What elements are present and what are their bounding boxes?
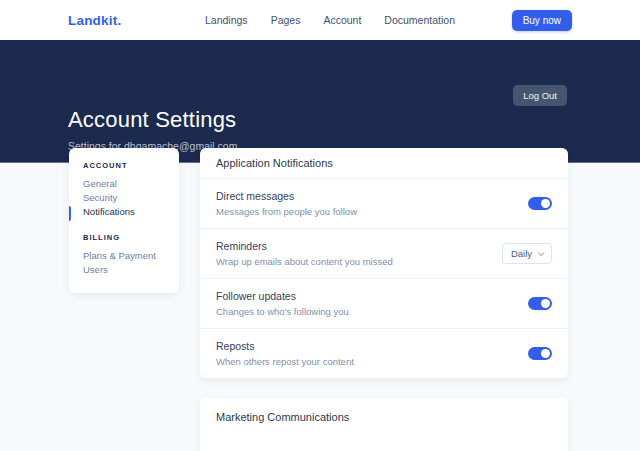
setting-row-direct-messages: Direct messages Messages from people you… bbox=[200, 179, 568, 229]
main-nav: Landings Pages Account Documentation bbox=[205, 0, 455, 40]
setting-description: When others repost your content bbox=[216, 356, 354, 367]
setting-title: Reminders bbox=[216, 240, 393, 252]
sidebar-item-notifications[interactable]: Notifications bbox=[83, 205, 179, 219]
card-title: Application Notifications bbox=[200, 148, 568, 179]
nav-item-pages[interactable]: Pages bbox=[271, 14, 301, 26]
toggle-knob bbox=[541, 299, 550, 308]
setting-description: Wrap up emails about content you missed bbox=[216, 256, 393, 267]
setting-title: Reposts bbox=[216, 340, 354, 352]
settings-sidebar: ACCOUNT General Security Notifications B… bbox=[69, 148, 179, 293]
nav-item-documentation[interactable]: Documentation bbox=[384, 14, 455, 26]
setting-title: Follower updates bbox=[216, 290, 349, 302]
reposts-toggle[interactable] bbox=[528, 347, 552, 360]
hero-banner: Account Settings Settings for dhgamache@… bbox=[0, 40, 640, 163]
marketing-communications-card: Marketing Communications bbox=[200, 398, 568, 451]
sidebar-heading-account: ACCOUNT bbox=[83, 160, 179, 172]
setting-description: Messages from people you follow bbox=[216, 206, 357, 217]
follower-updates-toggle[interactable] bbox=[528, 297, 552, 310]
toggle-knob bbox=[541, 199, 550, 208]
setting-description: Changes to who's following you bbox=[216, 306, 349, 317]
application-notifications-card: Application Notifications Direct message… bbox=[200, 148, 568, 378]
sidebar-heading-billing: BILLING bbox=[83, 232, 179, 244]
sidebar-item-general[interactable]: General bbox=[83, 177, 179, 191]
sidebar-item-users[interactable]: Users bbox=[83, 263, 179, 277]
direct-messages-toggle[interactable] bbox=[528, 197, 552, 210]
setting-row-follower-updates: Follower updates Changes to who's follow… bbox=[200, 279, 568, 329]
setting-text: Follower updates Changes to who's follow… bbox=[216, 290, 349, 317]
page-title: Account Settings bbox=[68, 107, 236, 133]
nav-item-landings[interactable]: Landings bbox=[205, 14, 248, 26]
card-title: Marketing Communications bbox=[200, 398, 568, 435]
setting-text: Direct messages Messages from people you… bbox=[216, 190, 357, 217]
select-value: Daily bbox=[511, 248, 532, 259]
nav-item-account[interactable]: Account bbox=[323, 14, 361, 26]
setting-title: Direct messages bbox=[216, 190, 357, 202]
sidebar-item-plans-payment[interactable]: Plans & Payment bbox=[83, 249, 179, 263]
landkit-logo[interactable]: Landkit. bbox=[68, 0, 121, 40]
setting-text: Reposts When others repost your content bbox=[216, 340, 354, 367]
active-item-indicator bbox=[69, 206, 71, 221]
chevron-down-icon bbox=[538, 249, 545, 256]
top-navbar: Landkit. Landings Pages Account Document… bbox=[0, 0, 640, 40]
toggle-knob bbox=[541, 349, 550, 358]
setting-row-reposts: Reposts When others repost your content bbox=[200, 329, 568, 378]
setting-row-reminders: Reminders Wrap up emails about content y… bbox=[200, 229, 568, 279]
log-out-button[interactable]: Log Out bbox=[513, 85, 567, 106]
page: Landkit. Landings Pages Account Document… bbox=[0, 0, 640, 451]
reminders-frequency-select[interactable]: Daily bbox=[502, 243, 552, 264]
settings-main: Application Notifications Direct message… bbox=[200, 148, 568, 451]
sidebar-item-security[interactable]: Security bbox=[83, 191, 179, 205]
setting-text: Reminders Wrap up emails about content y… bbox=[216, 240, 393, 267]
buy-now-button[interactable]: Buy now bbox=[512, 10, 572, 31]
